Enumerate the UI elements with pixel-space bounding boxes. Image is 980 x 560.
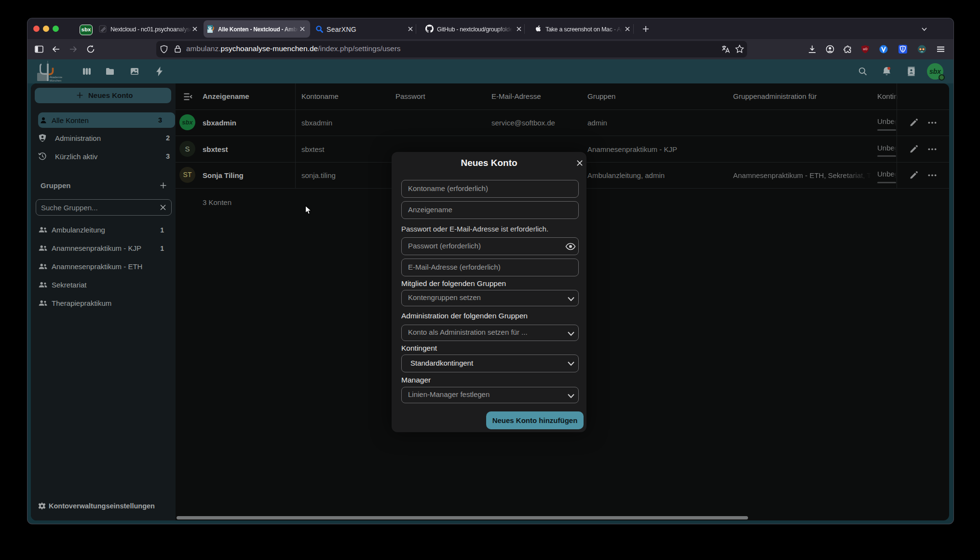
svg-text:uO: uO — [863, 47, 867, 51]
svg-text:Akademie: Akademie — [50, 76, 63, 79]
svg-text:München: München — [50, 79, 62, 82]
